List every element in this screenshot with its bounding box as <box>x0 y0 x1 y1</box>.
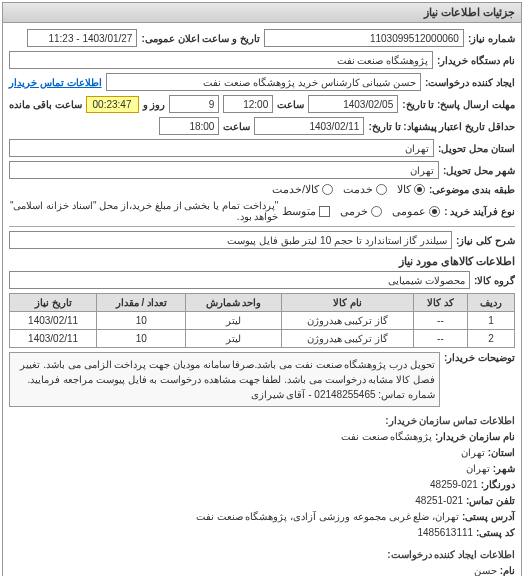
radio-service[interactable]: خدمت <box>343 183 387 196</box>
lbl: تلفن تماس: <box>466 495 515 506</box>
goods-table: ردیف کد کالا نام کالا واحد شمارش تعداد /… <box>9 293 515 348</box>
city-label: شهر محل تحویل: <box>443 165 515 176</box>
deadline-reply-days-label: روز و <box>143 99 166 110</box>
contact-org-section: اطلاعات تماس سازمان خریدار: نام سازمان خ… <box>9 413 515 541</box>
deadline-deliver-date: 1403/02/11 <box>254 117 364 135</box>
contact-org-title: اطلاعات تماس سازمان خریدار: <box>9 413 515 429</box>
table-row[interactable]: 1 -- گاز ترکیبی هیدروژن لیتر 10 1403/02/… <box>10 312 515 330</box>
th-unit: واحد شمارش <box>186 294 281 312</box>
cell-date: 1403/02/11 <box>10 312 97 330</box>
group-label: گروه کالا: <box>474 275 515 286</box>
cell-idx: 2 <box>467 330 514 348</box>
requester-label: ایجاد کننده درخواست: <box>425 77 515 88</box>
cell-unit: لیتر <box>186 312 281 330</box>
info-line: آدرس پستی: تهران، ضلع غربی مجموعه ورزشی … <box>9 509 515 525</box>
remaining-time: 00:23:47 <box>86 96 139 113</box>
row-overall-desc: شرح کلی نیاز: سیلندر گاز استاندارد تا حج… <box>9 231 515 249</box>
radio-private[interactable]: خرمی <box>340 205 382 218</box>
cell-code: -- <box>413 312 467 330</box>
info-line: دورنگار: 021-48259 <box>9 477 515 493</box>
lbl: شهر: <box>493 463 515 474</box>
val: 021-48259 <box>430 479 478 490</box>
group-field: محصولات شیمیایی <box>9 271 470 289</box>
city-field: تهران <box>9 161 439 179</box>
radio-icon <box>429 206 440 217</box>
cell-name: گاز ترکیبی هیدروژن <box>281 312 413 330</box>
th-qty: تعداد / مقدار <box>97 294 186 312</box>
radio-public[interactable]: عمومی <box>392 205 440 218</box>
radio-label: کالا <box>397 183 411 196</box>
contact-creator-section: اطلاعات ایجاد کننده درخواست: نام: حسن نا… <box>9 547 515 576</box>
cell-qty: 10 <box>97 312 186 330</box>
remaining-label: ساعت باقی مانده <box>9 99 82 110</box>
row-purchase-type: نوع فرآیند خرید : عمومی خرمی متوسط "پردا… <box>9 200 515 222</box>
deadline-reply-days: 9 <box>169 95 219 113</box>
info-line: شهر: تهران <box>9 461 515 477</box>
overall-desc-field: سیلندر گاز استاندارد تا حجم 10 لیتر طبق … <box>9 231 452 249</box>
val: تهران <box>461 447 485 458</box>
cell-idx: 1 <box>467 312 514 330</box>
row-requester: ایجاد کننده درخواست: حسن شیبانی کارشناس … <box>9 73 515 91</box>
buyer-org-label: نام دستگاه خریدار: <box>437 55 515 66</box>
radio-icon <box>376 184 387 195</box>
row-deadline-reply: مهلت ارسال پاسخ: تا تاریخ: 1403/02/05 سا… <box>9 95 515 113</box>
panel-body: شماره نیاز: 1103099512000060 تاریخ و ساع… <box>3 23 521 576</box>
val: 021-48251 <box>415 495 463 506</box>
radio-medium[interactable]: متوسط <box>282 205 330 218</box>
th-idx: ردیف <box>467 294 514 312</box>
lbl: کد پستی: <box>476 527 515 538</box>
radio-label: کالا/خدمت <box>272 183 319 196</box>
info-line: تلفن تماس: 021-48251 <box>9 493 515 509</box>
info-line: نام سازمان خریدار: پژوهشگاه صنعت نفت <box>9 429 515 445</box>
info-line: کد پستی: 1485613111 <box>9 525 515 541</box>
row-buyer-desc: توضیحات خریدار: تحویل درب پژوهشگاه صنعت … <box>9 352 515 407</box>
cell-date: 1403/02/11 <box>10 330 97 348</box>
lbl: نام سازمان خریدار: <box>435 431 515 442</box>
checkbox-icon <box>319 206 330 217</box>
row-deadline-deliver: حداقل تاریخ اعتبار پیشنهاد: تا تاریخ: 14… <box>9 117 515 135</box>
overall-desc-label: شرح کلی نیاز: <box>456 235 515 246</box>
radio-both[interactable]: کالا/خدمت <box>272 183 333 196</box>
goods-info-title: اطلاعات کالاهای مورد نیاز <box>9 255 515 268</box>
table-row[interactable]: 2 -- گاز ترکیبی هیدروژن لیتر 10 1403/02/… <box>10 330 515 348</box>
radio-label: عمومی <box>392 205 426 218</box>
purchase-type-radios: عمومی خرمی متوسط <box>282 205 440 218</box>
deadline-deliver-time: 18:00 <box>159 117 219 135</box>
deadline-reply-time: 12:00 <box>223 95 273 113</box>
cell-unit: لیتر <box>186 330 281 348</box>
divider <box>9 226 515 227</box>
buyer-contact-link[interactable]: اطلاعات تماس خریدار <box>9 77 102 88</box>
val: تهران <box>466 463 490 474</box>
th-code: کد کالا <box>413 294 467 312</box>
row-category: طبقه بندی موضوعی: کالا خدمت کالا/خدمت <box>9 183 515 196</box>
info-line: استان: تهران <box>9 445 515 461</box>
contact-creator-title: اطلاعات ایجاد کننده درخواست: <box>9 547 515 563</box>
radio-label: متوسط <box>282 205 316 218</box>
deadline-reply-time-label: ساعت <box>277 99 304 110</box>
radio-label: خرمی <box>340 205 368 218</box>
announce-label: تاریخ و ساعت اعلان عمومی: <box>141 33 259 44</box>
buyer-org-field: پژوهشگاه صنعت نفت <box>9 51 433 69</box>
row-request-number: شماره نیاز: 1103099512000060 تاریخ و ساع… <box>9 29 515 47</box>
buyer-desc-box: تحویل درب پژوهشگاه صنعت نفت می باشد.صرفا… <box>9 352 440 407</box>
request-number-label: شماره نیاز: <box>468 33 515 44</box>
val: تهران، ضلع غربی مجموعه ورزشی آزادی، پژوه… <box>196 511 459 522</box>
province-field: تهران <box>9 139 434 157</box>
val: پژوهشگاه صنعت نفت <box>341 431 433 442</box>
radio-goods[interactable]: کالا <box>397 183 425 196</box>
info-line: نام: حسن <box>9 563 515 576</box>
cell-code: -- <box>413 330 467 348</box>
deadline-reply-date: 1403/02/05 <box>308 95 398 113</box>
category-label: طبقه بندی موضوعی: <box>429 184 515 195</box>
panel-title: جزئیات اطلاعات نیاز <box>3 3 521 23</box>
province-label: استان محل تحویل: <box>438 143 515 154</box>
announce-field: 1403/01/27 - 11:23 <box>27 29 137 47</box>
lbl: نام: <box>500 565 515 576</box>
val: حسن <box>474 565 497 576</box>
row-buyer-org: نام دستگاه خریدار: پژوهشگاه صنعت نفت <box>9 51 515 69</box>
radio-icon <box>322 184 333 195</box>
lbl: استان: <box>488 447 515 458</box>
deadline-reply-label: مهلت ارسال پاسخ: تا تاریخ: <box>402 99 515 110</box>
row-city: شهر محل تحویل: تهران <box>9 161 515 179</box>
th-name: نام کالا <box>281 294 413 312</box>
